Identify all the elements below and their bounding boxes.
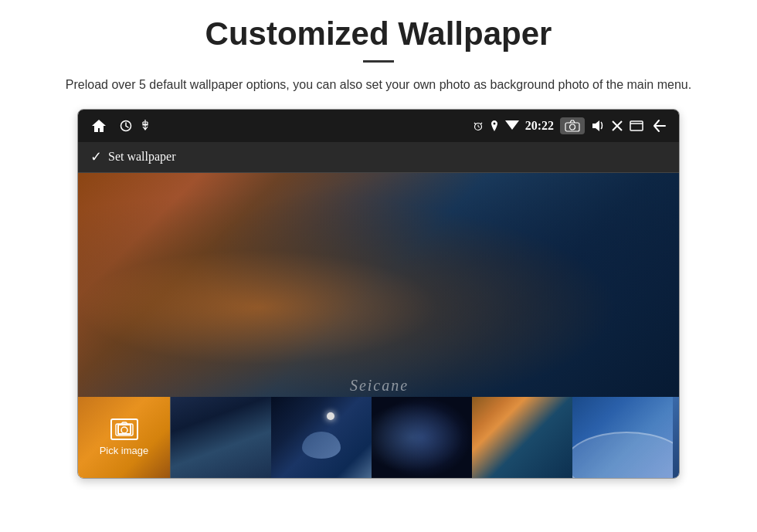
wallpaper-thumb-4[interactable] [372,397,472,478]
status-bar: 20:22 [78,110,679,142]
location-icon [490,120,499,132]
page-wrapper: Customized Wallpaper Preload over 5 defa… [0,0,757,486]
page-subtitle: Preload over 5 default wallpaper options… [66,75,691,95]
camera-button[interactable] [560,117,585,134]
clock-icon [120,120,132,132]
svg-point-7 [121,427,127,433]
wallpaper-thumb-5[interactable] [472,397,572,478]
set-wallpaper-button[interactable]: ✓ Set wallpaper [90,148,176,165]
preview-overlay [78,173,679,397]
volume-icon [591,120,605,132]
camera-icon [565,120,580,132]
wifi-icon [505,120,519,131]
wallpaper-preview [78,173,679,397]
time-display: 20:22 [525,119,554,133]
action-bar: ✓ Set wallpaper [78,142,679,173]
alarm-icon [473,120,484,131]
pick-image-icon [110,418,138,440]
status-left [90,118,151,134]
set-wallpaper-label: Set wallpaper [108,150,176,164]
status-right: 20:22 [473,117,667,134]
svg-rect-6 [116,424,133,435]
pick-image-label: Pick image [100,445,149,456]
svg-point-4 [570,124,575,130]
svg-marker-2 [505,120,519,130]
wallpaper-thumb-3[interactable] [271,397,372,478]
checkmark-icon: ✓ [90,148,102,165]
wallpaper-thumb-2[interactable] [171,397,271,478]
window-icon[interactable] [630,120,643,131]
usb-icon [140,119,151,133]
home-icon[interactable] [90,118,107,134]
page-title: Customized Wallpaper [205,15,552,53]
wallpaper-thumb-7[interactable] [673,397,679,478]
title-divider [363,60,394,63]
pick-image-tile[interactable]: Pick image [78,397,171,478]
status-icons-left [120,119,151,133]
close-icon[interactable] [611,120,623,132]
wallpaper-thumb-6[interactable] [572,397,673,478]
svg-rect-5 [630,121,643,130]
device-screenshot: 20:22 [77,109,680,479]
back-icon[interactable] [650,119,667,133]
thumbnail-strip[interactable]: Pick image [78,397,679,478]
